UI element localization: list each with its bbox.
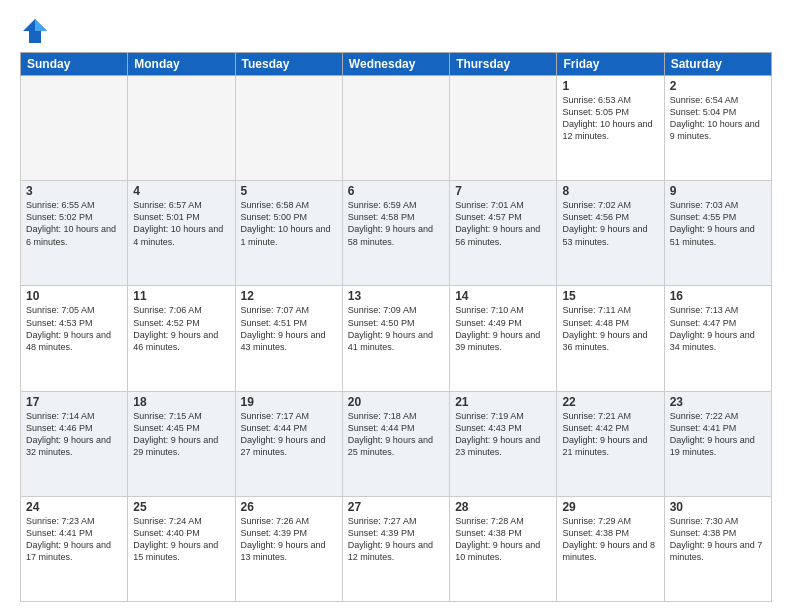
day-info: Sunrise: 7:24 AM Sunset: 4:40 PM Dayligh… bbox=[133, 515, 229, 564]
day-info: Sunrise: 6:53 AM Sunset: 5:05 PM Dayligh… bbox=[562, 94, 658, 143]
day-info: Sunrise: 7:03 AM Sunset: 4:55 PM Dayligh… bbox=[670, 199, 766, 248]
calendar-day-cell: 5Sunrise: 6:58 AM Sunset: 5:00 PM Daylig… bbox=[235, 181, 342, 286]
day-number: 4 bbox=[133, 184, 229, 198]
page: SundayMondayTuesdayWednesdayThursdayFrid… bbox=[0, 0, 792, 612]
calendar-week-row: 3Sunrise: 6:55 AM Sunset: 5:02 PM Daylig… bbox=[21, 181, 772, 286]
calendar-day-cell: 12Sunrise: 7:07 AM Sunset: 4:51 PM Dayli… bbox=[235, 286, 342, 391]
calendar-day-cell: 16Sunrise: 7:13 AM Sunset: 4:47 PM Dayli… bbox=[664, 286, 771, 391]
calendar-day-header: Wednesday bbox=[342, 53, 449, 76]
day-number: 7 bbox=[455, 184, 551, 198]
day-info: Sunrise: 6:55 AM Sunset: 5:02 PM Dayligh… bbox=[26, 199, 122, 248]
day-info: Sunrise: 7:26 AM Sunset: 4:39 PM Dayligh… bbox=[241, 515, 337, 564]
day-info: Sunrise: 7:22 AM Sunset: 4:41 PM Dayligh… bbox=[670, 410, 766, 459]
day-info: Sunrise: 7:23 AM Sunset: 4:41 PM Dayligh… bbox=[26, 515, 122, 564]
calendar-day-cell bbox=[342, 76, 449, 181]
calendar-day-cell: 4Sunrise: 6:57 AM Sunset: 5:01 PM Daylig… bbox=[128, 181, 235, 286]
calendar-day-cell: 7Sunrise: 7:01 AM Sunset: 4:57 PM Daylig… bbox=[450, 181, 557, 286]
calendar-day-cell: 18Sunrise: 7:15 AM Sunset: 4:45 PM Dayli… bbox=[128, 391, 235, 496]
day-number: 14 bbox=[455, 289, 551, 303]
day-number: 11 bbox=[133, 289, 229, 303]
logo-icon bbox=[20, 16, 50, 46]
calendar-day-cell bbox=[21, 76, 128, 181]
calendar-day-cell: 23Sunrise: 7:22 AM Sunset: 4:41 PM Dayli… bbox=[664, 391, 771, 496]
day-number: 29 bbox=[562, 500, 658, 514]
calendar-day-cell bbox=[450, 76, 557, 181]
day-info: Sunrise: 7:14 AM Sunset: 4:46 PM Dayligh… bbox=[26, 410, 122, 459]
header bbox=[20, 16, 772, 46]
day-number: 5 bbox=[241, 184, 337, 198]
calendar-day-cell: 6Sunrise: 6:59 AM Sunset: 4:58 PM Daylig… bbox=[342, 181, 449, 286]
calendar-day-cell: 28Sunrise: 7:28 AM Sunset: 4:38 PM Dayli… bbox=[450, 496, 557, 601]
day-info: Sunrise: 7:29 AM Sunset: 4:38 PM Dayligh… bbox=[562, 515, 658, 564]
calendar-day-cell: 22Sunrise: 7:21 AM Sunset: 4:42 PM Dayli… bbox=[557, 391, 664, 496]
calendar-day-cell: 17Sunrise: 7:14 AM Sunset: 4:46 PM Dayli… bbox=[21, 391, 128, 496]
calendar-day-cell: 27Sunrise: 7:27 AM Sunset: 4:39 PM Dayli… bbox=[342, 496, 449, 601]
day-number: 6 bbox=[348, 184, 444, 198]
day-info: Sunrise: 7:28 AM Sunset: 4:38 PM Dayligh… bbox=[455, 515, 551, 564]
calendar-day-cell: 30Sunrise: 7:30 AM Sunset: 4:38 PM Dayli… bbox=[664, 496, 771, 601]
calendar-day-cell: 20Sunrise: 7:18 AM Sunset: 4:44 PM Dayli… bbox=[342, 391, 449, 496]
calendar-day-header: Saturday bbox=[664, 53, 771, 76]
day-number: 10 bbox=[26, 289, 122, 303]
day-number: 22 bbox=[562, 395, 658, 409]
day-info: Sunrise: 7:10 AM Sunset: 4:49 PM Dayligh… bbox=[455, 304, 551, 353]
day-number: 17 bbox=[26, 395, 122, 409]
calendar-day-cell: 9Sunrise: 7:03 AM Sunset: 4:55 PM Daylig… bbox=[664, 181, 771, 286]
calendar-day-cell: 8Sunrise: 7:02 AM Sunset: 4:56 PM Daylig… bbox=[557, 181, 664, 286]
calendar-day-cell: 19Sunrise: 7:17 AM Sunset: 4:44 PM Dayli… bbox=[235, 391, 342, 496]
day-info: Sunrise: 7:17 AM Sunset: 4:44 PM Dayligh… bbox=[241, 410, 337, 459]
calendar-day-header: Sunday bbox=[21, 53, 128, 76]
day-number: 19 bbox=[241, 395, 337, 409]
day-info: Sunrise: 6:54 AM Sunset: 5:04 PM Dayligh… bbox=[670, 94, 766, 143]
calendar-day-cell: 2Sunrise: 6:54 AM Sunset: 5:04 PM Daylig… bbox=[664, 76, 771, 181]
calendar-day-cell: 21Sunrise: 7:19 AM Sunset: 4:43 PM Dayli… bbox=[450, 391, 557, 496]
calendar-week-row: 17Sunrise: 7:14 AM Sunset: 4:46 PM Dayli… bbox=[21, 391, 772, 496]
day-info: Sunrise: 6:58 AM Sunset: 5:00 PM Dayligh… bbox=[241, 199, 337, 248]
day-info: Sunrise: 7:13 AM Sunset: 4:47 PM Dayligh… bbox=[670, 304, 766, 353]
day-number: 26 bbox=[241, 500, 337, 514]
day-info: Sunrise: 7:11 AM Sunset: 4:48 PM Dayligh… bbox=[562, 304, 658, 353]
calendar-day-header: Thursday bbox=[450, 53, 557, 76]
calendar-day-header: Tuesday bbox=[235, 53, 342, 76]
calendar-day-cell: 13Sunrise: 7:09 AM Sunset: 4:50 PM Dayli… bbox=[342, 286, 449, 391]
calendar-day-cell: 11Sunrise: 7:06 AM Sunset: 4:52 PM Dayli… bbox=[128, 286, 235, 391]
calendar: SundayMondayTuesdayWednesdayThursdayFrid… bbox=[20, 52, 772, 602]
calendar-day-cell: 3Sunrise: 6:55 AM Sunset: 5:02 PM Daylig… bbox=[21, 181, 128, 286]
day-info: Sunrise: 7:21 AM Sunset: 4:42 PM Dayligh… bbox=[562, 410, 658, 459]
day-info: Sunrise: 7:06 AM Sunset: 4:52 PM Dayligh… bbox=[133, 304, 229, 353]
calendar-week-row: 24Sunrise: 7:23 AM Sunset: 4:41 PM Dayli… bbox=[21, 496, 772, 601]
day-number: 13 bbox=[348, 289, 444, 303]
day-info: Sunrise: 6:57 AM Sunset: 5:01 PM Dayligh… bbox=[133, 199, 229, 248]
day-number: 21 bbox=[455, 395, 551, 409]
calendar-day-header: Monday bbox=[128, 53, 235, 76]
calendar-day-cell: 14Sunrise: 7:10 AM Sunset: 4:49 PM Dayli… bbox=[450, 286, 557, 391]
day-number: 1 bbox=[562, 79, 658, 93]
day-info: Sunrise: 7:01 AM Sunset: 4:57 PM Dayligh… bbox=[455, 199, 551, 248]
day-info: Sunrise: 7:27 AM Sunset: 4:39 PM Dayligh… bbox=[348, 515, 444, 564]
day-info: Sunrise: 7:19 AM Sunset: 4:43 PM Dayligh… bbox=[455, 410, 551, 459]
day-number: 25 bbox=[133, 500, 229, 514]
logo bbox=[20, 16, 54, 46]
svg-marker-1 bbox=[35, 19, 47, 31]
calendar-day-cell: 24Sunrise: 7:23 AM Sunset: 4:41 PM Dayli… bbox=[21, 496, 128, 601]
calendar-day-cell: 15Sunrise: 7:11 AM Sunset: 4:48 PM Dayli… bbox=[557, 286, 664, 391]
calendar-day-cell: 26Sunrise: 7:26 AM Sunset: 4:39 PM Dayli… bbox=[235, 496, 342, 601]
day-number: 15 bbox=[562, 289, 658, 303]
calendar-day-header: Friday bbox=[557, 53, 664, 76]
calendar-day-cell: 1Sunrise: 6:53 AM Sunset: 5:05 PM Daylig… bbox=[557, 76, 664, 181]
calendar-day-cell: 25Sunrise: 7:24 AM Sunset: 4:40 PM Dayli… bbox=[128, 496, 235, 601]
day-number: 24 bbox=[26, 500, 122, 514]
calendar-week-row: 10Sunrise: 7:05 AM Sunset: 4:53 PM Dayli… bbox=[21, 286, 772, 391]
day-number: 30 bbox=[670, 500, 766, 514]
day-number: 2 bbox=[670, 79, 766, 93]
day-info: Sunrise: 7:05 AM Sunset: 4:53 PM Dayligh… bbox=[26, 304, 122, 353]
day-number: 9 bbox=[670, 184, 766, 198]
calendar-week-row: 1Sunrise: 6:53 AM Sunset: 5:05 PM Daylig… bbox=[21, 76, 772, 181]
day-number: 28 bbox=[455, 500, 551, 514]
calendar-header-row: SundayMondayTuesdayWednesdayThursdayFrid… bbox=[21, 53, 772, 76]
day-number: 3 bbox=[26, 184, 122, 198]
day-number: 23 bbox=[670, 395, 766, 409]
day-number: 12 bbox=[241, 289, 337, 303]
day-info: Sunrise: 7:18 AM Sunset: 4:44 PM Dayligh… bbox=[348, 410, 444, 459]
day-number: 20 bbox=[348, 395, 444, 409]
